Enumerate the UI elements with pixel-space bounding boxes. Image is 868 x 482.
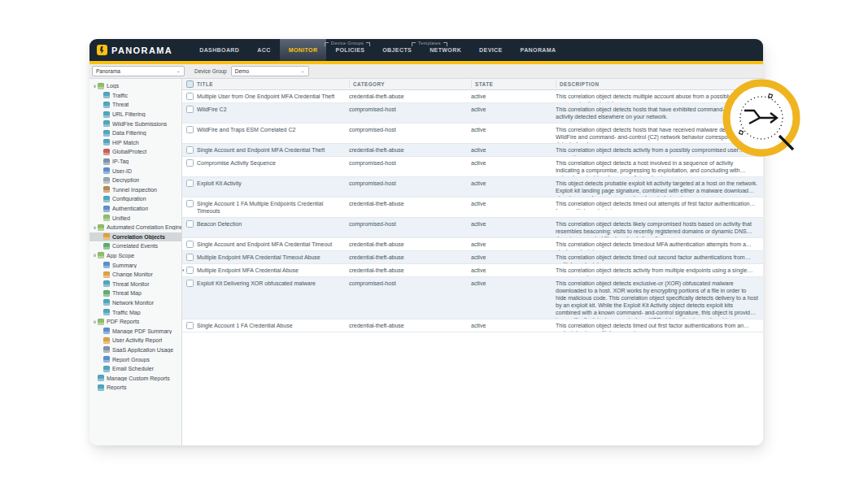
chevron-expanded-icon[interactable]: ∨ [92,84,98,89]
row-checkbox[interactable] [186,322,194,329]
sidebar-item-logs[interactable]: ∨Logs [89,81,181,91]
splitter-collapse-icon[interactable]: ◂ [182,267,184,272]
row-category: compromised-host [349,218,471,230]
row-title: WildFire C2 [197,103,349,115]
nav-tab-device[interactable]: DEVICE [470,39,511,61]
row-checkbox[interactable] [186,146,194,154]
row-checkbox[interactable] [186,159,194,167]
nav-tab-acc[interactable]: ACC [248,39,279,61]
chevron-expanded-icon[interactable]: ∨ [92,225,98,230]
table-row[interactable]: Single Account 1 FA Credential Abusecred… [182,319,763,332]
user-activity-report-icon [103,337,110,344]
table-row[interactable]: Multiple Endpoint MFA Credential Abusecr… [182,264,763,277]
table-row[interactable]: Single Account and Endpoint MFA Credenti… [182,238,763,251]
sidebar-item-globalprotect[interactable]: GlobalProtect [89,147,181,157]
sidebar-item-manage-custom-reports[interactable]: Manage Custom Reports [89,373,181,383]
sidebar-item-automated-correlation-engine[interactable]: ∨Automated Correlation Engine [89,223,181,232]
row-checkbox[interactable] [186,93,194,100]
chevron-expanded-icon[interactable]: ∨ [92,253,98,258]
row-checkbox-cell [182,177,197,189]
sidebar-item-configuration[interactable]: Configuration [89,194,181,204]
row-description: This correlation object detects timed ou… [556,251,763,263]
saas-application-usage-icon [103,346,110,353]
row-state: active [471,177,556,189]
row-checkbox[interactable] [186,180,194,187]
row-checkbox[interactable] [186,280,194,287]
table-body: Multiple User from One Endpoint MFA Cred… [182,90,763,332]
chevron-expanded-icon[interactable]: ∨ [92,319,98,324]
top-nav-bar: PANORAMA DASHBOARDACCMONITORPOLICIESOBJE… [89,39,763,61]
sidebar-item-user-activity-report[interactable]: User Activity Report [89,336,181,345]
row-category: credential-theft-abuse [349,238,471,250]
row-checkbox[interactable] [186,200,194,207]
sidebar-item-change-monitor[interactable]: Change Monitor [89,270,181,280]
sidebar-item-traffic[interactable]: Traffic [89,91,181,101]
sidebar-item-data-filtering[interactable]: Data Filtering [89,128,181,138]
table-row[interactable]: Compromise Activity Sequencecompromised-… [182,157,763,177]
filter-bar: Panorama⌄ Device Group Demo⌄ [89,64,763,79]
nav-tab-panorama[interactable]: PANORAMA [512,39,565,61]
sidebar-item-authentication[interactable]: Authentication [89,204,181,214]
sidebar-item-label: SaaS Application Usage [112,347,173,353]
sidebar-item-reports[interactable]: Reports [89,383,181,393]
table-row[interactable]: WildFire C2compromised-hostactiveThis co… [182,103,763,124]
column-header-category[interactable]: CATEGORY [349,80,471,88]
table-header: TITLE CATEGORY STATE DESCRIPTION [182,79,763,90]
sidebar-item-label: WildFire Submissions [112,121,167,127]
sidebar-item-threat-map[interactable]: Threat Map [89,289,181,298]
sidebar-item-email-scheduler[interactable]: Email Scheduler [89,364,181,374]
app-window: PANORAMA DASHBOARDACCMONITORPOLICIESOBJE… [89,39,763,445]
sidebar-item-tunnel-inspection[interactable]: Tunnel Inspection [89,185,181,195]
table-row[interactable]: Exploit Kit Delivering XOR obfuscated ma… [182,277,763,319]
sidebar-item-traffic-map[interactable]: Traffic Map [89,307,181,317]
sidebar-item-manage-pdf-summary[interactable]: Manage PDF Summary [89,326,181,336]
row-checkbox[interactable] [186,126,194,133]
sidebar-item-label: Traffic [112,93,128,98]
select-all-checkbox[interactable] [186,80,194,88]
table-row[interactable]: Single Account 1 FA Multiple Endpoints C… [182,198,763,218]
sidebar-item-label: Threat [112,102,129,107]
sidebar-item-network-monitor[interactable]: Network Monitor [89,298,181,308]
sidebar-item-correlated-events[interactable]: Correlated Events [89,241,181,251]
table-row[interactable]: Multiple User from One Endpoint MFA Cred… [182,90,763,103]
sidebar-item-pdf-reports[interactable]: ∨PDF Reports [89,317,181,327]
sidebar-item-saas-application-usage[interactable]: SaaS Application Usage [89,345,181,355]
row-description: This correlation object detects activity… [556,264,763,276]
table-row[interactable]: Single Account and Endpoint MFA Credenti… [182,144,763,157]
table-row[interactable]: Exploit Kit Activitycompromised-hostacti… [182,177,763,198]
sidebar-item-summary[interactable]: Summary [89,260,181,270]
sidebar-item-correlation-objects[interactable]: Correlation Objects [89,232,181,242]
table-row[interactable]: WildFire and Traps ESM Correlated C2comp… [182,124,763,144]
sidebar-item-label: User-ID [112,168,132,174]
context-select[interactable]: Panorama⌄ [92,66,185,76]
sidebar-item-unified[interactable]: Unified [89,213,181,223]
sidebar-item-user-id[interactable]: User-ID [89,166,181,176]
column-header-state[interactable]: STATE [471,80,556,88]
sidebar-item-label: Threat Map [112,290,142,296]
correlated-events-icon [103,243,110,250]
sidebar-item-decryption[interactable]: Decryption [89,176,181,185]
sidebar-item-wildfire-submissions[interactable]: WildFire Submissions [89,119,181,128]
row-title: WildFire and Traps ESM Correlated C2 [197,124,349,136]
sidebar-item-url-filtering[interactable]: URL Filtering [89,110,181,119]
row-description: This correlation object detects timedout… [556,238,763,250]
sidebar-item-hip-match[interactable]: HIP Match [89,138,181,148]
row-checkbox[interactable] [186,241,194,248]
row-checkbox[interactable] [186,220,194,228]
reports-icon [98,384,104,391]
column-header-title[interactable]: TITLE [197,80,349,88]
row-checkbox[interactable] [186,254,194,261]
sidebar-item-threat[interactable]: Threat [89,100,181,110]
table-row[interactable]: Beacon Detectioncompromised-hostactiveTh… [182,218,763,238]
row-checkbox[interactable] [186,267,194,274]
sidebar-item-threat-monitor[interactable]: Threat Monitor [89,279,181,289]
sidebar-item-report-groups[interactable]: Report Groups [89,354,181,364]
sidebar-item-label: HIP Match [112,140,139,145]
nav-tab-dashboard[interactable]: DASHBOARD [190,39,248,61]
sidebar-item-app-scope[interactable]: ∨App Scope [89,251,181,261]
manage-custom-reports-icon [98,375,104,381]
sidebar-item-ip-tag[interactable]: IP-Tag [89,157,181,167]
device-group-select[interactable]: Demo⌄ [231,66,309,76]
table-row[interactable]: Multiple Endpoint MFA Credential Timeout… [182,251,763,264]
row-checkbox[interactable] [186,106,194,113]
